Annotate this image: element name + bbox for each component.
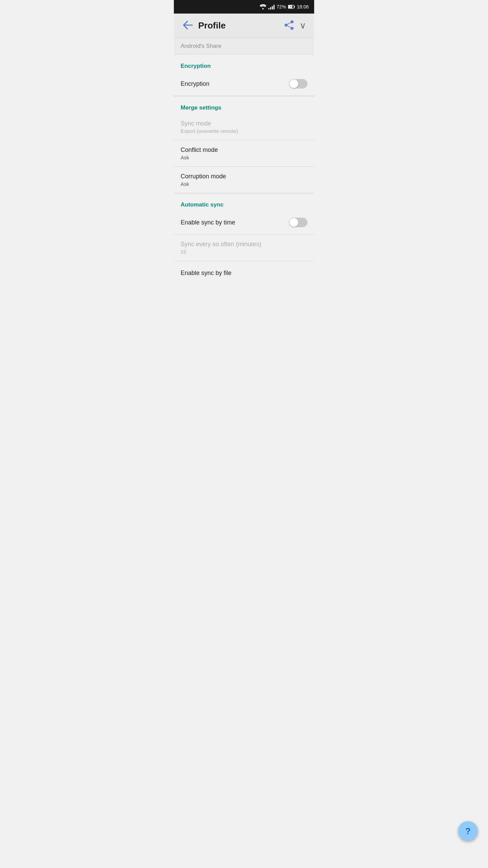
sync-mode-label: Sync mode (181, 120, 238, 127)
corruption-mode-value: Ask (181, 181, 226, 187)
battery-percentage: 72% (277, 4, 286, 9)
automatic-sync-section-title: Automatic sync (181, 201, 224, 208)
enable-sync-by-time-toggle-track (289, 218, 307, 227)
sync-every-value: 15 (181, 249, 261, 255)
encryption-toggle[interactable] (289, 79, 307, 89)
encryption-section-title: Encryption (181, 63, 211, 69)
conflict-mode-label: Conflict mode (181, 146, 218, 154)
conflict-mode-value: Ask (181, 155, 218, 160)
share-button[interactable] (281, 17, 297, 34)
battery-icon (288, 4, 295, 9)
sync-mode-row[interactable]: Sync mode Export (overwrite remote) (174, 114, 314, 140)
status-icons: 72% 18:06 (260, 4, 309, 9)
corruption-mode-label: Corruption mode (181, 173, 226, 180)
encryption-section-header: Encryption (174, 55, 314, 72)
status-bar: 72% 18:06 (174, 0, 314, 14)
merge-settings-section-header: Merge settings (174, 96, 314, 114)
automatic-sync-section-header: Automatic sync (174, 193, 314, 211)
page-title: Profile (198, 20, 281, 31)
corruption-mode-text: Corruption mode Ask (181, 173, 226, 187)
time-display: 18:06 (297, 4, 309, 9)
merge-settings-section-title: Merge settings (181, 104, 221, 111)
encryption-label: Encryption (181, 80, 209, 87)
encryption-text: Encryption (181, 80, 209, 87)
svg-line-9 (286, 25, 292, 28)
enable-sync-by-time-toggle-thumb (289, 218, 298, 227)
back-button[interactable] (179, 18, 196, 34)
chevron-down-icon: ∨ (300, 20, 306, 31)
more-options-button[interactable]: ∨ (297, 18, 309, 34)
svg-line-8 (286, 22, 292, 25)
enable-sync-by-file-label: Enable sync by file (181, 270, 231, 277)
wifi-icon (260, 4, 266, 9)
enable-sync-by-time-text: Enable sync by time (181, 219, 235, 226)
corruption-mode-row[interactable]: Corruption mode Ask (174, 167, 314, 193)
enable-sync-by-file-text: Enable sync by file (181, 270, 231, 277)
svg-point-0 (262, 8, 264, 9)
enable-sync-by-time-row[interactable]: Enable sync by time (174, 211, 314, 235)
svg-rect-2 (294, 6, 295, 8)
back-arrow-icon (182, 20, 193, 30)
signal-icon (268, 4, 274, 9)
android-share-label: Android's Share (181, 43, 221, 49)
android-share-row: Android's Share (174, 38, 314, 55)
enable-sync-by-file-row[interactable]: Enable sync by file (174, 261, 314, 285)
app-bar: Profile ∨ (174, 14, 314, 38)
encryption-row[interactable]: Encryption (174, 72, 314, 96)
sync-every-text: Sync every so often (minutes) 15 (181, 241, 261, 255)
share-icon (284, 20, 294, 30)
sync-mode-value: Export (overwrite remote) (181, 128, 238, 134)
conflict-mode-row[interactable]: Conflict mode Ask (174, 140, 314, 167)
encryption-toggle-track (289, 79, 307, 88)
enable-sync-by-time-label: Enable sync by time (181, 219, 235, 226)
sync-mode-text: Sync mode Export (overwrite remote) (181, 120, 238, 134)
conflict-mode-text: Conflict mode Ask (181, 146, 218, 160)
sync-every-row[interactable]: Sync every so often (minutes) 15 (174, 235, 314, 261)
sync-every-label: Sync every so often (minutes) (181, 241, 261, 248)
enable-sync-by-time-toggle[interactable] (289, 218, 307, 228)
encryption-toggle-thumb (289, 79, 298, 88)
